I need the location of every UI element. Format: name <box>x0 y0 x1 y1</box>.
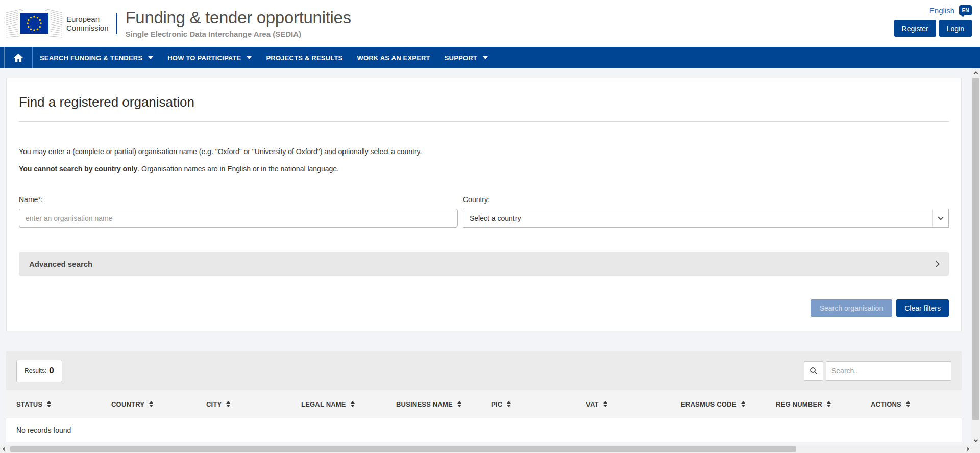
clear-filters-button[interactable]: Clear filters <box>896 299 949 317</box>
column-header-city[interactable]: CITY <box>206 400 301 408</box>
chevron-right-icon <box>933 261 940 267</box>
sort-icon <box>457 401 461 407</box>
column-header-business-name[interactable]: BUSINESS NAME <box>396 400 491 408</box>
results-count: 0 <box>49 366 54 376</box>
organisation-name-input[interactable] <box>19 209 458 228</box>
column-label: STATUS <box>16 400 42 408</box>
site-header: European Commission Funding & tender opp… <box>0 0 980 47</box>
country-label: Country: <box>463 195 949 204</box>
vertical-scrollbar-thumb[interactable] <box>972 78 979 420</box>
column-header-pic[interactable]: PIC <box>491 400 586 408</box>
column-header-reg-number[interactable]: REG NUMBER <box>776 400 871 408</box>
note-bold: You cannot search by country only <box>19 165 137 173</box>
results-label: Results: <box>24 367 46 374</box>
column-label: CITY <box>206 400 222 408</box>
vertical-scrollbar[interactable] <box>971 68 980 445</box>
page: European Commission Funding & tender opp… <box>0 0 980 453</box>
header-right: English EN Register Login <box>894 5 972 37</box>
table-search-button[interactable] <box>804 361 823 381</box>
column-header-status[interactable]: STATUS <box>16 400 111 408</box>
nav-item-label: SUPPORT <box>445 54 477 62</box>
search-organisation-button[interactable]: Search organisation <box>811 299 893 317</box>
nav-work-as-expert[interactable]: WORK AS AN EXPERT <box>350 47 437 68</box>
results-count-box: Results: 0 <box>16 360 62 382</box>
brand-name: European Commission <box>66 15 109 33</box>
form-actions: Search organisation Clear filters <box>19 299 949 331</box>
sort-icon <box>507 401 511 407</box>
country-select-value: Select a country <box>463 209 521 227</box>
column-header-vat[interactable]: VAT <box>586 400 681 408</box>
european-commission-logo-icon <box>6 8 62 39</box>
sort-icon <box>351 401 355 407</box>
table-header-row: STATUS COUNTRY CITY LEGAL NAME BUSINESS … <box>6 390 962 418</box>
name-field-group: Name*: <box>19 195 458 228</box>
home-icon <box>13 53 23 62</box>
advanced-search-label: Advanced search <box>29 260 92 268</box>
scroll-up-button[interactable] <box>971 68 980 77</box>
sort-icon <box>226 401 230 407</box>
language-selector[interactable]: English EN <box>929 5 972 15</box>
table-search-input[interactable] <box>826 361 951 381</box>
search-icon <box>810 367 818 375</box>
heading-divider <box>19 121 949 122</box>
nav-item-label: PROJECTS & RESULTS <box>266 54 342 62</box>
advanced-search-toggle[interactable]: Advanced search <box>19 252 949 276</box>
nav-search-funding-tenders[interactable]: SEARCH FUNDING & TENDERS <box>33 47 160 68</box>
column-header-erasmus-code[interactable]: ERASMUS CODE <box>681 400 776 408</box>
main-navbar: SEARCH FUNDING & TENDERS HOW TO PARTICIP… <box>0 47 980 68</box>
site-title-block: Funding & tender opportunities Single El… <box>126 9 351 38</box>
sort-icon <box>47 401 51 407</box>
name-label: Name*: <box>19 195 458 204</box>
sort-icon <box>827 401 831 407</box>
note-rest: . Organisation names are in English or i… <box>137 165 339 173</box>
column-label: BUSINESS NAME <box>396 400 453 408</box>
nav-how-to-participate[interactable]: HOW TO PARTICIPATE <box>160 47 259 68</box>
scroll-down-button[interactable] <box>971 436 980 445</box>
table-search-group <box>804 361 951 381</box>
results-toolbar: Results: 0 <box>6 351 962 390</box>
chevron-right-icon <box>965 447 969 451</box>
register-button[interactable]: Register <box>894 20 936 37</box>
column-label: PIC <box>491 400 502 408</box>
language-label[interactable]: English <box>929 6 954 15</box>
nav-support[interactable]: SUPPORT <box>437 47 495 68</box>
column-header-legal-name[interactable]: LEGAL NAME <box>301 400 396 408</box>
brand-line1: European <box>66 15 109 23</box>
column-label: REG NUMBER <box>776 400 822 408</box>
auth-buttons: Register Login <box>894 20 972 37</box>
no-records-text: No records found <box>16 426 71 434</box>
intro-text: You may enter a (complete or partial) or… <box>19 147 949 156</box>
search-form: Name*: Country: Select a country <box>19 195 949 228</box>
select-caret-area[interactable] <box>932 209 948 227</box>
column-header-actions[interactable]: ACTIONS <box>871 400 966 408</box>
chevron-down-icon <box>973 438 977 442</box>
scroll-right-button[interactable] <box>963 445 971 453</box>
column-header-country[interactable]: COUNTRY <box>111 400 206 408</box>
chevron-down-icon <box>938 214 943 220</box>
ec-logo: European Commission <box>6 8 109 39</box>
sort-icon <box>149 401 153 407</box>
results-section: Results: 0 STATUS <box>6 351 962 442</box>
scroll-left-button[interactable] <box>0 445 8 453</box>
login-button[interactable]: Login <box>939 20 972 37</box>
page-title: Funding & tender opportunities <box>126 9 351 27</box>
chevron-down-icon <box>148 56 153 59</box>
title-divider <box>116 13 117 34</box>
content-area: Find a registered organisation You may e… <box>0 68 980 445</box>
language-badge-icon[interactable]: EN <box>959 5 972 15</box>
sort-icon <box>741 401 745 407</box>
country-field-group: Country: Select a country <box>463 195 949 228</box>
card-heading: Find a registered organisation <box>19 78 949 110</box>
home-button[interactable] <box>4 47 33 68</box>
nav-item-label: HOW TO PARTICIPATE <box>167 54 241 62</box>
column-label: VAT <box>586 400 599 408</box>
sort-icon <box>603 401 607 407</box>
horizontal-scrollbar-thumb[interactable] <box>10 446 796 452</box>
horizontal-scrollbar[interactable] <box>0 445 980 453</box>
nav-projects-results[interactable]: PROJECTS & RESULTS <box>259 47 350 68</box>
country-select[interactable]: Select a country <box>463 209 949 228</box>
no-records-row: No records found <box>6 418 962 442</box>
column-label: LEGAL NAME <box>301 400 346 408</box>
nav-item-label: SEARCH FUNDING & TENDERS <box>40 54 142 62</box>
column-label: COUNTRY <box>111 400 144 408</box>
